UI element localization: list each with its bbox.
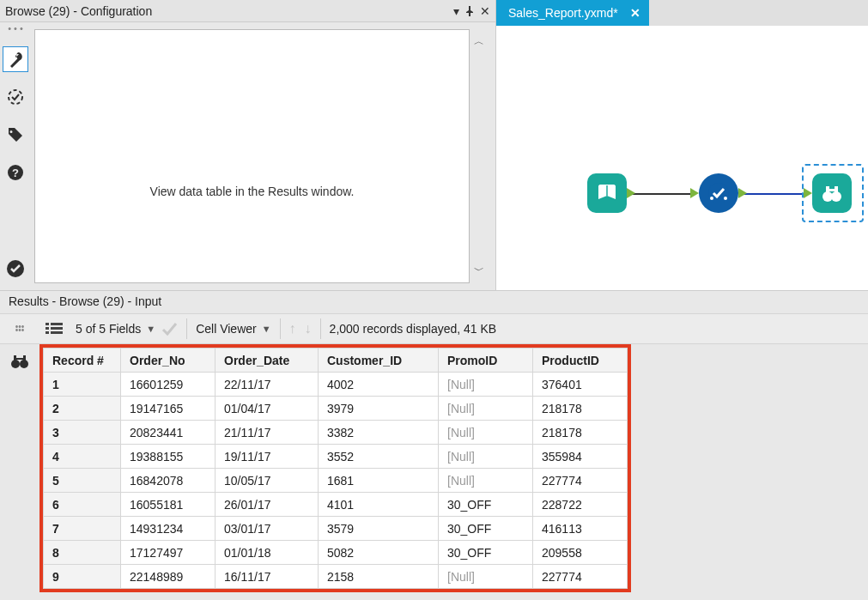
records-info-label: 2,000 records displayed, 41 KB	[330, 322, 497, 336]
document-tab[interactable]: Sales_Report.yxmd* ✕	[496, 0, 649, 26]
wrench-tool-button[interactable]	[3, 46, 28, 72]
table-cell[interactable]: 5082	[319, 541, 439, 565]
sort-desc-button[interactable]: ↓	[305, 321, 312, 336]
table-cell[interactable]: 4101	[319, 493, 439, 517]
table-cell[interactable]: 7	[44, 517, 121, 541]
sort-asc-button[interactable]: ↑	[289, 321, 296, 336]
table-cell[interactable]: 16055181	[121, 493, 215, 517]
scroll-up-icon[interactable]: ︿	[474, 34, 484, 49]
table-cell[interactable]: 5	[44, 469, 121, 493]
table-cell[interactable]: 16842078	[121, 469, 215, 493]
tab-close-icon[interactable]: ✕	[630, 6, 640, 20]
table-cell[interactable]: 03/01/17	[215, 517, 319, 541]
table-cell[interactable]: 218178	[533, 421, 628, 445]
workflow-canvas[interactable]	[496, 26, 868, 290]
table-cell[interactable]: 9	[44, 565, 121, 589]
table-cell[interactable]: 01/04/17	[215, 397, 319, 421]
table-cell[interactable]: 2	[44, 397, 121, 421]
column-header[interactable]: Customer_ID	[319, 348, 439, 373]
wrench-icon	[7, 51, 24, 68]
results-table-container[interactable]: Record #Order_NoOrder_DateCustomer_IDPro…	[39, 344, 868, 600]
table-cell[interactable]: 01/01/18	[215, 541, 319, 565]
table-row[interactable]: 32082344121/11/173382[Null]218178	[44, 421, 628, 445]
table-cell[interactable]: [Null]	[439, 565, 533, 589]
table-row[interactable]: 51684207810/05/171681[Null]227774	[44, 469, 628, 493]
table-cell[interactable]: 20823441	[121, 421, 215, 445]
table-cell[interactable]: 30_OFF	[439, 541, 533, 565]
table-cell[interactable]: [Null]	[439, 469, 533, 493]
table-cell[interactable]: 3979	[319, 397, 439, 421]
close-icon[interactable]: ✕	[480, 4, 490, 18]
table-cell[interactable]: 30_OFF	[439, 517, 533, 541]
list-view-button[interactable]	[41, 317, 67, 341]
ok-tool-button[interactable]	[3, 256, 28, 282]
column-header[interactable]: PromoID	[439, 348, 533, 373]
table-cell[interactable]: 209558	[533, 541, 628, 565]
table-cell[interactable]: 17127497	[121, 541, 215, 565]
tag-tool-button[interactable]	[3, 122, 28, 148]
results-table: Record #Order_NoOrder_DateCustomer_IDPro…	[43, 348, 628, 589]
table-cell[interactable]: 3552	[319, 445, 439, 469]
table-cell[interactable]: 22148989	[121, 565, 215, 589]
table-cell[interactable]: 4	[44, 445, 121, 469]
table-cell[interactable]: 14931234	[121, 517, 215, 541]
table-row[interactable]: 92214898916/11/172158[Null]227774	[44, 565, 628, 589]
table-cell[interactable]: [Null]	[439, 397, 533, 421]
table-row[interactable]: 11660125922/11/174002[Null]376401	[44, 373, 628, 397]
table-cell[interactable]: 1681	[319, 469, 439, 493]
grip-icon[interactable]: • • •	[8, 26, 23, 31]
cellviewer-label: Cell Viewer	[196, 322, 257, 336]
table-cell[interactable]: 8	[44, 541, 121, 565]
table-cell[interactable]: 19/11/17	[215, 445, 319, 469]
table-cell[interactable]: [Null]	[439, 445, 533, 469]
table-cell[interactable]: 10/05/17	[215, 469, 319, 493]
table-cell[interactable]: 19388155	[121, 445, 215, 469]
data-view-button[interactable]	[7, 349, 33, 373]
table-cell[interactable]: 376401	[533, 373, 628, 397]
table-cell[interactable]: 16/11/17	[215, 565, 319, 589]
table-cell[interactable]: 416113	[533, 517, 628, 541]
table-cell[interactable]: 1	[44, 373, 121, 397]
column-header[interactable]: Order_No	[121, 348, 215, 373]
fields-dropdown[interactable]: 5 of 5 Fields ▼	[76, 320, 178, 337]
select-tool[interactable]	[699, 173, 738, 213]
scroll-down-icon[interactable]: ﹀	[474, 264, 484, 278]
table-cell[interactable]: 19147165	[121, 397, 215, 421]
table-row[interactable]: 61605518126/01/17410130_OFF228722	[44, 493, 628, 517]
table-cell[interactable]: 26/01/17	[215, 493, 319, 517]
table-row[interactable]: 41938815519/11/173552[Null]355984	[44, 445, 628, 469]
table-cell[interactable]: 228722	[533, 493, 628, 517]
table-cell[interactable]: [Null]	[439, 421, 533, 445]
config-scrollbar[interactable]: ︿ ﹀	[470, 29, 489, 283]
table-cell[interactable]: 218178	[533, 397, 628, 421]
table-cell[interactable]: 3382	[319, 421, 439, 445]
cellviewer-dropdown[interactable]: Cell Viewer ▼	[196, 322, 270, 336]
table-cell[interactable]: 227774	[533, 469, 628, 493]
table-cell[interactable]: 3	[44, 421, 121, 445]
table-cell[interactable]: [Null]	[439, 373, 533, 397]
table-cell[interactable]: 30_OFF	[439, 493, 533, 517]
dropdown-icon[interactable]: ▾	[453, 4, 459, 18]
column-header[interactable]: ProductID	[533, 348, 628, 373]
apply-check-icon[interactable]	[161, 320, 178, 337]
table-cell[interactable]: 6	[44, 493, 121, 517]
input-data-tool[interactable]	[587, 173, 627, 213]
table-cell[interactable]: 16601259	[121, 373, 215, 397]
table-cell[interactable]: 4002	[319, 373, 439, 397]
table-cell[interactable]: 21/11/17	[215, 421, 319, 445]
table-row[interactable]: 21914716501/04/173979[Null]218178	[44, 397, 628, 421]
column-header[interactable]: Order_Date	[215, 348, 319, 373]
table-cell[interactable]: 227774	[533, 565, 628, 589]
column-header[interactable]: Record #	[44, 348, 121, 373]
table-cell[interactable]: 355984	[533, 445, 628, 469]
browse-tool[interactable]	[812, 173, 852, 213]
table-row[interactable]: 81712749701/01/18508230_OFF209558	[44, 541, 628, 565]
table-cell[interactable]: 22/11/17	[215, 373, 319, 397]
pin-icon[interactable]	[464, 6, 475, 16]
target-tool-button[interactable]	[3, 84, 28, 110]
help-tool-button[interactable]: ?	[3, 160, 28, 185]
table-row[interactable]: 71493123403/01/17357930_OFF416113	[44, 517, 628, 541]
grip-icon[interactable]: ••••••	[7, 317, 33, 341]
table-cell[interactable]: 3579	[319, 517, 439, 541]
table-cell[interactable]: 2158	[319, 565, 439, 589]
